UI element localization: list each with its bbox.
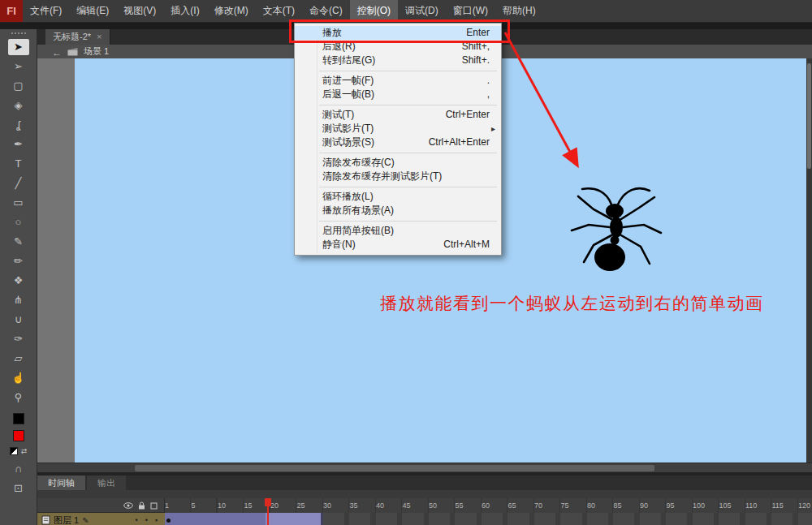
fill-color-swatch[interactable] <box>13 430 24 441</box>
menubar-item[interactable]: 修改(M) <box>207 0 256 22</box>
menu-item[interactable]: 后退一帧(B) , <box>295 88 501 101</box>
menubar-item[interactable]: 视图(V) <box>116 0 163 22</box>
brush-tool[interactable]: ✏ <box>0 252 37 271</box>
menu-item-label: 测试场景(S) <box>322 136 374 149</box>
menu-item-label: 静音(N) <box>322 238 356 252</box>
menu-item[interactable] <box>295 217 501 224</box>
outline-icon[interactable] <box>150 502 158 510</box>
vertical-scrollbar[interactable] <box>806 58 812 463</box>
ruler-frame-number: 1 <box>165 498 192 513</box>
menu-item[interactable] <box>295 183 501 190</box>
ruler-frame-number: 75 <box>561 498 588 513</box>
tools-panel-grip[interactable] <box>11 32 26 36</box>
layer-visible-dot[interactable]: • <box>135 516 137 524</box>
scene-breadcrumb[interactable]: 场景 1 <box>84 45 109 58</box>
menu-item[interactable]: 播放 Enter <box>295 26 501 40</box>
stroke-color-swatch[interactable] <box>13 413 24 424</box>
black-white-colors-icon[interactable] <box>10 447 18 455</box>
subselection-tool[interactable]: ➢ <box>0 57 37 76</box>
playhead-line[interactable] <box>267 498 269 525</box>
menu-item[interactable]: 清除发布缓存(C) <box>295 156 501 170</box>
menu-item[interactable] <box>295 101 501 108</box>
menu-item[interactable] <box>295 149 501 156</box>
layer-lock-dot[interactable]: • <box>145 516 148 524</box>
selection-tool[interactable]: ➤ <box>0 37 37 57</box>
document-tab[interactable]: 无标题-2* × <box>45 29 110 45</box>
free-transform-tool[interactable]: ▢ <box>0 76 37 96</box>
horizontal-scrollbar-thumb[interactable] <box>135 465 654 471</box>
swap-colors-icon[interactable]: ⇄ <box>21 447 28 455</box>
hand-tool[interactable]: ☝ <box>0 368 37 388</box>
ruler-frame-number: 115 <box>772 498 799 513</box>
menubar-item[interactable]: 控制(O) <box>350 0 398 22</box>
layer-row[interactable]: 图层 1 ✎ • • ▪ <box>37 513 165 525</box>
menu-item[interactable]: 前进一帧(F) . <box>295 74 501 88</box>
object-drawing-icon[interactable]: ⊡ <box>0 482 37 494</box>
layer-icon <box>41 515 50 525</box>
ruler-frame-number: 5 <box>192 498 218 513</box>
menu-item-label: 播放 <box>322 26 342 40</box>
paint-bucket-tool[interactable]: ∪ <box>0 310 37 329</box>
line-tool[interactable]: ╱ <box>0 174 37 193</box>
ant-graphic[interactable] <box>564 180 668 279</box>
bone-tool[interactable]: ⋔ <box>0 290 37 310</box>
snap-magnet-icon[interactable]: ∩ <box>0 463 37 475</box>
menu-item[interactable]: 清除发布缓存并测试影片(T) <box>295 170 501 183</box>
zoom-tool[interactable]: ⚲ <box>0 388 37 407</box>
pen-tool[interactable]: ✒ <box>0 135 37 154</box>
close-icon[interactable]: × <box>97 29 102 45</box>
ruler-frame-number: 80 <box>587 498 614 513</box>
eyedropper-tool[interactable]: ✑ <box>0 329 37 349</box>
ruler-frame-number: 45 <box>403 498 430 513</box>
menu-item[interactable]: 启用简单按钮(B) <box>295 224 501 238</box>
menubar-item[interactable]: 文本(T) <box>256 0 302 22</box>
flash-window: Fl 文件(F) 编辑(E) 视图(V) 插入(I) 修改(M) 文本(T) 命… <box>0 0 812 525</box>
menu-item[interactable]: 后退(R) Shift+, <box>295 40 501 54</box>
ruler-frame-number: 20 <box>270 498 297 513</box>
lock-icon[interactable] <box>138 501 145 510</box>
tab-output[interactable]: 输出 <box>87 476 126 490</box>
menu-item-label: 后退(R) <box>322 40 356 54</box>
menubar-item[interactable]: 插入(I) <box>163 0 206 22</box>
menubar-item[interactable]: 调试(D) <box>398 0 446 22</box>
menubar-item[interactable]: 命令(C) <box>302 0 350 22</box>
ruler-frame-number: 120 <box>798 498 812 513</box>
ruler-frame-number: 50 <box>429 498 456 513</box>
menu-item[interactable]: 播放所有场景(A) <box>295 204 501 217</box>
layer-status-dots: • • ▪ <box>135 516 165 524</box>
horizontal-scrollbar[interactable] <box>37 463 812 472</box>
tab-timeline[interactable]: 时间轴 <box>37 476 85 490</box>
menu-item[interactable]: 测试影片(T) <box>295 122 501 136</box>
menu-item[interactable]: 测试场景(S) Ctrl+Alt+Enter <box>295 136 501 149</box>
menu-item[interactable]: 转到结尾(G) Shift+. <box>295 54 501 67</box>
menu-item[interactable] <box>295 67 501 74</box>
menu-item[interactable]: 静音(N) Ctrl+Alt+M <box>295 238 501 252</box>
menu-item[interactable]: 循环播放(L) <box>295 190 501 204</box>
layer-outline-dot[interactable]: ▪ <box>155 516 158 524</box>
layer-name[interactable]: 图层 1 <box>54 514 79 525</box>
text-tool[interactable]: T <box>0 154 37 174</box>
layer-frames-track[interactable] <box>165 513 812 525</box>
oval-tool[interactable]: ○ <box>0 213 37 232</box>
pencil-tool[interactable]: ✎ <box>0 232 37 252</box>
tween-span[interactable] <box>165 513 323 525</box>
eye-icon[interactable] <box>123 502 133 509</box>
back-icon[interactable] <box>52 45 62 59</box>
menu-item-label: 循环播放(L) <box>322 190 374 204</box>
frame-ruler[interactable]: 1 5 10 15 20 25 30 35 40 45 <box>165 498 812 513</box>
menubar-item[interactable]: 文件(F) <box>23 0 69 22</box>
3d-rotation-tool[interactable]: ◈ <box>0 96 37 115</box>
eraser-tool[interactable]: ▱ <box>0 349 37 368</box>
app-logo[interactable]: Fl <box>0 0 23 22</box>
deco-tool[interactable]: ❖ <box>0 271 37 290</box>
menubar-item[interactable]: 帮助(H) <box>495 0 543 22</box>
ruler-frame-number: 110 <box>745 498 772 513</box>
lasso-tool[interactable]: ʆ <box>0 115 37 135</box>
menu-item-label: 转到结尾(G) <box>322 54 375 67</box>
menu-item[interactable]: 测试(T) Ctrl+Enter <box>295 108 501 122</box>
menubar-item[interactable]: 编辑(E) <box>69 0 116 22</box>
rectangle-tool[interactable]: ▭ <box>0 193 37 213</box>
menubar-item[interactable]: 窗口(W) <box>446 0 495 22</box>
menu-item-label: 清除发布缓存(C) <box>322 156 395 170</box>
vertical-scrollbar-thumb[interactable] <box>807 63 811 169</box>
